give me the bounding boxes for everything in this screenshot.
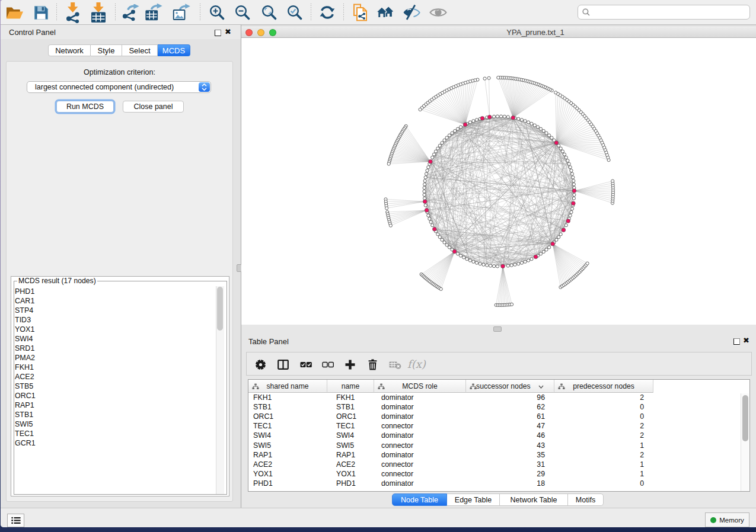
cp-tab-select[interactable]: Select bbox=[122, 44, 158, 56]
mcds-result-item[interactable]: FKH1 bbox=[15, 363, 36, 372]
table-header: shared namenameMCDS rolesuccessor nodes … bbox=[248, 380, 749, 393]
save-session-button[interactable] bbox=[31, 3, 50, 22]
column-header-predecessor-nodes[interactable]: predecessor nodes bbox=[554, 380, 653, 393]
new-network-from-selection-button[interactable] bbox=[350, 3, 369, 22]
mcds-result-item[interactable]: SRD1 bbox=[15, 344, 36, 353]
table-tab-motifs[interactable]: Motifs bbox=[568, 493, 604, 506]
cell-shared-name: TEC1 bbox=[253, 422, 272, 430]
float-panel-button[interactable] bbox=[215, 30, 221, 36]
select-all-button[interactable] bbox=[298, 356, 314, 373]
mcds-result-item[interactable]: SWI5 bbox=[15, 419, 36, 429]
cell-name: SWI5 bbox=[336, 441, 354, 450]
sort-descending-icon bbox=[538, 385, 544, 389]
criterion-dropdown[interactable]: largest connected component (undirected) bbox=[27, 81, 211, 93]
mcds-result-item[interactable]: TEC1 bbox=[15, 429, 36, 438]
checked-boxes-icon bbox=[300, 361, 312, 368]
mcds-result-item[interactable]: PHD1 bbox=[15, 287, 36, 296]
cp-tab-mcds[interactable]: MCDS bbox=[158, 44, 190, 56]
table-row[interactable]: SWI5SWI5connector431 bbox=[248, 441, 749, 450]
table-options-button[interactable] bbox=[252, 356, 269, 373]
import-network-icon bbox=[65, 2, 81, 23]
mcds-result-item[interactable]: RAP1 bbox=[15, 400, 36, 410]
export-network-button[interactable] bbox=[122, 3, 141, 22]
table-row[interactable]: PHD1PHD1dominator180 bbox=[248, 479, 749, 488]
import-network-button[interactable] bbox=[63, 2, 82, 23]
cp-tab-network[interactable]: Network bbox=[48, 44, 91, 56]
table-row[interactable]: ACE2ACE2connector311 bbox=[248, 460, 749, 469]
mcds-result-item[interactable]: CAR1 bbox=[15, 296, 36, 306]
memory-button[interactable]: Memory bbox=[705, 512, 749, 527]
add-column-button[interactable] bbox=[342, 356, 358, 373]
table-scrollbar-thumb[interactable] bbox=[742, 395, 748, 441]
table-scrollbar[interactable] bbox=[741, 393, 749, 491]
delete-column-button[interactable] bbox=[364, 356, 381, 373]
column-header-successor-nodes[interactable]: successor nodes bbox=[466, 380, 554, 393]
table-row[interactable]: YOX1YOX1connector291 bbox=[248, 469, 749, 479]
hide-selection-button[interactable] bbox=[403, 3, 422, 22]
cell-predecessor-nodes: 2 bbox=[640, 451, 644, 459]
cell-name: RAP1 bbox=[336, 451, 355, 459]
mcds-result-item[interactable]: STB1 bbox=[15, 410, 36, 419]
mcds-result-item[interactable]: PMA2 bbox=[15, 353, 36, 363]
mcds-result-item[interactable]: ORC1 bbox=[15, 391, 36, 400]
zoom-fit-button[interactable] bbox=[260, 3, 279, 22]
zoom-in-button[interactable] bbox=[208, 3, 227, 22]
first-neighbors-button[interactable] bbox=[376, 3, 395, 22]
function-builder-button[interactable]: f(x) bbox=[406, 356, 428, 373]
table-panel-tabs: Node TableEdge TableNetwork TableMotifs bbox=[392, 493, 604, 506]
deselect-all-button[interactable] bbox=[320, 356, 336, 373]
open-file-button[interactable] bbox=[5, 3, 24, 22]
mcds-result-item[interactable]: GCR1 bbox=[15, 438, 36, 448]
mcds-result-item[interactable]: TID3 bbox=[15, 315, 36, 325]
show-all-button[interactable] bbox=[429, 3, 448, 22]
table-row[interactable]: STB1STB1dominator620 bbox=[248, 402, 749, 412]
horizontal-splitter-handle[interactable] bbox=[493, 326, 502, 332]
result-scrollbar[interactable] bbox=[216, 286, 224, 494]
table-toolbar: f(x) bbox=[246, 352, 752, 376]
table-row[interactable]: TEC1TEC1connector472 bbox=[248, 421, 749, 431]
import-table-icon bbox=[90, 2, 107, 23]
search-icon bbox=[582, 8, 590, 16]
result-scrollbar-thumb[interactable] bbox=[217, 287, 223, 331]
table-float-button[interactable] bbox=[733, 338, 740, 345]
show-panel-button[interactable] bbox=[7, 514, 24, 527]
cell-MCDS-role: connector bbox=[381, 460, 413, 469]
search-input[interactable] bbox=[578, 5, 750, 20]
table-row[interactable]: ORC1ORC1dominator610 bbox=[248, 412, 749, 421]
network-window-titlebar[interactable]: YPA_prune.txt_1 bbox=[241, 25, 756, 38]
delete-table-button[interactable] bbox=[387, 356, 403, 373]
mcds-result-item[interactable]: YOX1 bbox=[15, 325, 36, 334]
refresh-button[interactable] bbox=[318, 3, 337, 22]
cp-tab-style[interactable]: Style bbox=[91, 44, 122, 56]
zoom-out-button[interactable] bbox=[233, 3, 252, 22]
export-image-button[interactable] bbox=[173, 3, 192, 22]
table-tab-node-table[interactable]: Node Table bbox=[392, 493, 447, 506]
export-table-button[interactable] bbox=[145, 3, 164, 22]
network-canvas[interactable] bbox=[241, 38, 756, 325]
mcds-result-item[interactable]: STP4 bbox=[15, 306, 36, 315]
table-row[interactable]: FKH1FKH1dominator962 bbox=[248, 393, 749, 402]
run-mcds-button[interactable]: Run MCDS bbox=[56, 101, 114, 113]
table-row[interactable]: RAP1RAP1dominator352 bbox=[248, 450, 749, 460]
close-panel-icon[interactable]: ✖ bbox=[225, 27, 231, 37]
column-header-name[interactable]: name bbox=[327, 380, 374, 393]
import-table-button[interactable] bbox=[89, 2, 108, 23]
column-header-shared-name[interactable]: shared name bbox=[248, 380, 327, 393]
zoom-selected-button[interactable] bbox=[285, 3, 304, 22]
mcds-result-item[interactable]: ACE2 bbox=[15, 372, 36, 382]
memory-status-icon bbox=[710, 517, 716, 523]
table-close-icon[interactable]: ✖ bbox=[743, 336, 749, 345]
close-panel-button[interactable]: Close panel bbox=[123, 101, 184, 113]
mcds-result-item[interactable]: SWI4 bbox=[15, 334, 36, 344]
table-tab-network-table[interactable]: Network Table bbox=[500, 493, 568, 506]
table-row[interactable]: SWI4SWI4dominator462 bbox=[248, 431, 749, 440]
cell-predecessor-nodes: 1 bbox=[640, 460, 644, 469]
show-column-button[interactable] bbox=[275, 356, 291, 373]
column-header-MCDS-role[interactable]: MCDS role bbox=[374, 380, 466, 393]
zoom-in-icon bbox=[209, 4, 226, 21]
cell-name: ORC1 bbox=[336, 412, 356, 421]
cell-predecessor-nodes: 2 bbox=[640, 431, 644, 440]
mcds-result-item[interactable]: STB5 bbox=[15, 382, 36, 391]
cell-successor-nodes: 18 bbox=[537, 479, 545, 488]
table-tab-edge-table[interactable]: Edge Table bbox=[447, 493, 500, 506]
